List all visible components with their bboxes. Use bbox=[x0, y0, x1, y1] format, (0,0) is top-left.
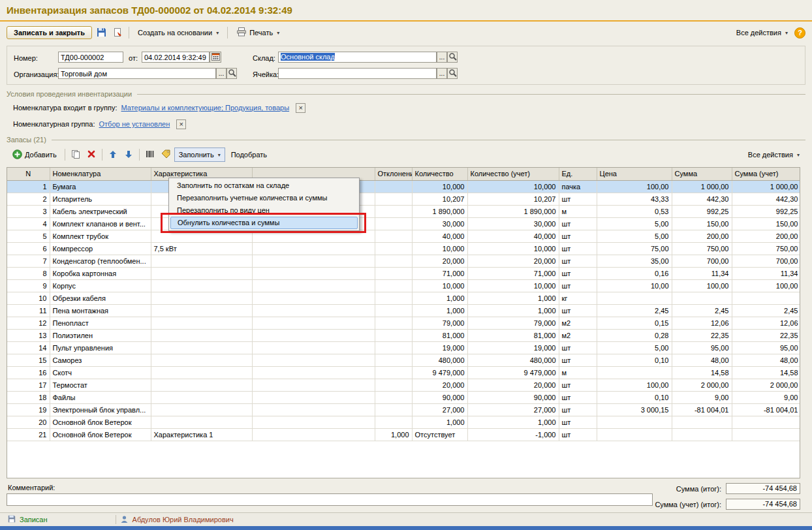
table-cell[interactable]: Скотч bbox=[50, 366, 151, 379]
table-cell[interactable]: шт bbox=[559, 428, 597, 441]
table-cell[interactable]: 10,000 bbox=[412, 180, 467, 193]
organization-input[interactable] bbox=[58, 68, 216, 79]
table-cell[interactable]: Бумага bbox=[50, 180, 151, 193]
table-cell[interactable]: 1,000 bbox=[467, 416, 559, 428]
menu-item[interactable]: Обнулить количества и суммы bbox=[170, 217, 358, 229]
table-cell[interactable]: 30,000 bbox=[412, 217, 467, 230]
table-cell[interactable]: 16 bbox=[7, 366, 50, 379]
table-cell[interactable]: 48,00 bbox=[672, 354, 732, 366]
table-cell[interactable] bbox=[252, 279, 375, 292]
table-cell[interactable]: 1 890,000 bbox=[467, 205, 559, 217]
table-cell[interactable] bbox=[252, 416, 375, 428]
table-cell[interactable] bbox=[252, 267, 375, 279]
column-header[interactable]: Сумма bbox=[672, 168, 732, 180]
table-cell[interactable]: 10,000 bbox=[412, 279, 467, 292]
table-cell[interactable]: шт bbox=[559, 379, 597, 391]
table-cell[interactable]: 10,000 bbox=[467, 180, 559, 193]
table-cell[interactable]: Кабель электрический bbox=[50, 205, 151, 217]
table-cell[interactable]: шт bbox=[559, 304, 597, 317]
table-cell[interactable]: шт bbox=[559, 217, 597, 230]
table-row[interactable]: 9Корпус10,00010,000шт10,00100,00100,00 bbox=[7, 279, 800, 292]
table-cell[interactable]: 9 479,000 bbox=[412, 366, 467, 379]
table-cell[interactable]: 11 bbox=[7, 304, 50, 317]
table-cell[interactable]: шт bbox=[559, 341, 597, 354]
cell-search-button[interactable] bbox=[447, 68, 458, 79]
menu-item[interactable]: Перезаполнить по виду цен bbox=[169, 204, 359, 217]
table-row[interactable]: 21Основной блок ВетерокХарактеристика 11… bbox=[7, 428, 800, 441]
table-cell[interactable]: 22,35 bbox=[732, 329, 800, 341]
table-row[interactable]: 6Компрессор7,5 кВт10,00010,000шт75,00750… bbox=[7, 242, 800, 255]
table-cell[interactable]: 0,16 bbox=[597, 267, 672, 279]
table-cell[interactable]: 0,10 bbox=[597, 391, 672, 403]
date-calendar-button[interactable] bbox=[210, 52, 221, 63]
table-cell[interactable] bbox=[732, 292, 800, 304]
table-cell[interactable] bbox=[597, 366, 672, 379]
table-cell[interactable] bbox=[672, 416, 732, 428]
table-cell[interactable] bbox=[151, 416, 252, 428]
table-cell[interactable]: Электронный блок управл... bbox=[50, 403, 151, 416]
clear-category-button[interactable]: × bbox=[176, 119, 186, 129]
table-cell[interactable]: 1,000 bbox=[467, 292, 559, 304]
table-cell[interactable]: шт bbox=[559, 255, 597, 267]
table-cell[interactable]: 9 479,000 bbox=[467, 366, 559, 379]
table-cell[interactable]: 71,000 bbox=[467, 267, 559, 279]
table-cell[interactable] bbox=[151, 317, 252, 329]
table-cell[interactable]: Обрезки кабеля bbox=[50, 292, 151, 304]
table-cell[interactable]: 14 bbox=[7, 341, 50, 354]
save-button[interactable] bbox=[94, 25, 108, 40]
warehouse-input[interactable]: Основной склад bbox=[278, 52, 437, 63]
table-cell[interactable]: 1 000,00 bbox=[732, 180, 800, 193]
table-cell[interactable] bbox=[375, 292, 412, 304]
table-cell[interactable]: Файлы bbox=[50, 391, 151, 403]
table-cell[interactable] bbox=[151, 255, 252, 267]
table-cell[interactable]: 100,00 bbox=[597, 379, 672, 391]
table-cell[interactable]: м2 bbox=[559, 317, 597, 329]
warehouse-search-button[interactable] bbox=[447, 52, 458, 63]
copy-row-button[interactable] bbox=[69, 148, 83, 162]
create-based-button[interactable]: Создать на основании▾ bbox=[133, 25, 223, 40]
organization-search-button[interactable] bbox=[226, 68, 237, 79]
table-cell[interactable]: -81 004,01 bbox=[732, 403, 800, 416]
table-cell[interactable]: 12,06 bbox=[672, 317, 732, 329]
table-cell[interactable]: кг bbox=[559, 292, 597, 304]
table-cell[interactable] bbox=[375, 403, 412, 416]
cell-input[interactable] bbox=[278, 68, 437, 79]
table-cell[interactable]: 1,000 bbox=[412, 304, 467, 317]
table-cell[interactable] bbox=[252, 292, 375, 304]
table-cell[interactable] bbox=[375, 217, 412, 230]
table-row[interactable]: 18Файлы90,00090,000шт0,109,009,00 bbox=[7, 391, 800, 403]
table-cell[interactable] bbox=[151, 267, 252, 279]
menu-item[interactable]: Перезаполнить учетные количества и суммы bbox=[169, 192, 359, 204]
table-cell[interactable] bbox=[375, 193, 412, 205]
table-cell[interactable] bbox=[375, 267, 412, 279]
table-cell[interactable]: 71,000 bbox=[412, 267, 467, 279]
pick-button[interactable]: Подобрать bbox=[226, 148, 272, 162]
table-cell[interactable]: 9,00 bbox=[672, 391, 732, 403]
table-cell[interactable] bbox=[597, 292, 672, 304]
table-row[interactable]: 20Основной блок Ветерок1,0001,000шт bbox=[7, 416, 800, 428]
table-cell[interactable]: 5 bbox=[7, 230, 50, 242]
table-cell[interactable] bbox=[375, 416, 412, 428]
table-cell[interactable]: 75,00 bbox=[597, 242, 672, 255]
table-cell[interactable]: 2,45 bbox=[672, 304, 732, 317]
table-cell[interactable]: 1,000 bbox=[412, 416, 467, 428]
table-cell[interactable]: 0,10 bbox=[597, 354, 672, 366]
table-cell[interactable]: Полиэтилен bbox=[50, 329, 151, 341]
table-cell[interactable]: Корпус bbox=[50, 279, 151, 292]
table-cell[interactable]: 442,30 bbox=[732, 193, 800, 205]
table-cell[interactable] bbox=[252, 428, 375, 441]
column-header[interactable]: Сумма (учет) bbox=[732, 168, 800, 180]
table-cell[interactable]: 2,45 bbox=[732, 304, 800, 317]
table-cell[interactable] bbox=[375, 329, 412, 341]
cell-choose-button[interactable]: ... bbox=[437, 68, 447, 79]
table-cell[interactable]: шт bbox=[559, 391, 597, 403]
table-cell[interactable]: 150,00 bbox=[732, 217, 800, 230]
table-cell[interactable]: 200,00 bbox=[732, 230, 800, 242]
table-cell[interactable]: м bbox=[559, 366, 597, 379]
table-cell[interactable]: Испаритель bbox=[50, 193, 151, 205]
table-cell[interactable]: 7 bbox=[7, 255, 50, 267]
table-row[interactable]: 4Комплект клапанов и вент...30,00030,000… bbox=[7, 217, 800, 230]
table-cell[interactable]: 6 bbox=[7, 242, 50, 255]
table-cell[interactable]: Термостат bbox=[50, 379, 151, 391]
table-cell[interactable] bbox=[252, 366, 375, 379]
